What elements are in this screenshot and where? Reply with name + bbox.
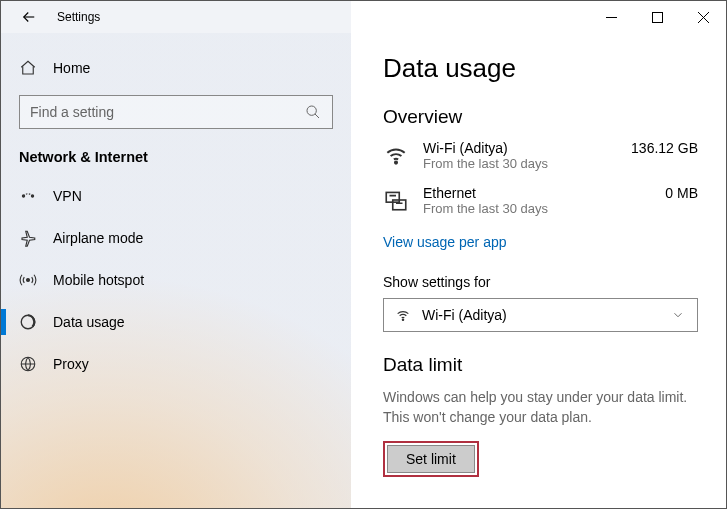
nav-data-usage[interactable]: Data usage	[19, 301, 333, 343]
minimize-button[interactable]	[588, 1, 634, 33]
maximize-button[interactable]	[634, 1, 680, 33]
highlight-annotation: Set limit	[383, 441, 479, 477]
search-input[interactable]	[30, 104, 304, 120]
svg-rect-0	[652, 12, 662, 22]
vpn-icon	[19, 187, 37, 205]
svg-point-4	[27, 279, 30, 282]
proxy-icon	[19, 355, 37, 373]
page-title: Data usage	[383, 53, 698, 84]
nav-vpn[interactable]: VPN	[19, 175, 333, 217]
nav-proxy[interactable]: Proxy	[19, 343, 333, 385]
nav-item-label: VPN	[53, 188, 82, 204]
nav-item-label: Data usage	[53, 314, 125, 330]
nav-home-label: Home	[53, 60, 90, 76]
titlebar: Settings	[1, 1, 726, 33]
nav-home[interactable]: Home	[19, 49, 333, 95]
hotspot-icon	[19, 271, 37, 289]
search-icon	[304, 103, 322, 121]
data-usage-icon	[19, 313, 37, 331]
overview-name: Ethernet	[423, 185, 614, 201]
settings-window: Settings Home	[0, 0, 727, 509]
svg-point-7	[395, 162, 397, 164]
close-button[interactable]	[680, 1, 726, 33]
overview-sub: From the last 30 days	[423, 201, 614, 216]
window-title: Settings	[57, 10, 100, 24]
sidebar-section-title: Network & Internet	[19, 149, 333, 165]
nav-item-label: Proxy	[53, 356, 89, 372]
show-settings-label: Show settings for	[383, 274, 698, 290]
wifi-icon	[383, 142, 409, 168]
view-usage-link[interactable]: View usage per app	[383, 234, 507, 250]
overview-row-ethernet: Ethernet From the last 30 days 0 MB	[383, 185, 698, 216]
data-limit-desc: Windows can help you stay under your dat…	[383, 388, 698, 427]
search-box[interactable]	[19, 95, 333, 129]
data-limit-heading: Data limit	[383, 354, 698, 376]
ethernet-icon	[383, 187, 409, 213]
nav-item-label: Mobile hotspot	[53, 272, 144, 288]
overview-heading: Overview	[383, 106, 698, 128]
nav-airplane-mode[interactable]: Airplane mode	[19, 217, 333, 259]
overview-name: Wi-Fi (Aditya)	[423, 140, 614, 156]
dropdown-value: Wi-Fi (Aditya)	[422, 307, 659, 323]
overview-value: 0 MB	[628, 185, 698, 216]
nav-mobile-hotspot[interactable]: Mobile hotspot	[19, 259, 333, 301]
nav-item-label: Airplane mode	[53, 230, 143, 246]
set-limit-button[interactable]: Set limit	[387, 445, 475, 473]
svg-point-1	[307, 106, 316, 115]
svg-point-10	[402, 319, 403, 320]
network-dropdown[interactable]: Wi-Fi (Aditya)	[383, 298, 698, 332]
wifi-icon	[394, 306, 412, 324]
back-button[interactable]	[19, 7, 39, 27]
home-icon	[19, 59, 37, 77]
airplane-icon	[19, 229, 37, 247]
overview-value: 136.12 GB	[628, 140, 698, 171]
sidebar: Home Network & Internet VPN Airplane	[1, 33, 351, 508]
overview-row-wifi: Wi-Fi (Aditya) From the last 30 days 136…	[383, 140, 698, 171]
chevron-down-icon	[669, 306, 687, 324]
overview-sub: From the last 30 days	[423, 156, 614, 171]
main-panel: Data usage Overview Wi-Fi (Aditya) From …	[351, 33, 726, 508]
